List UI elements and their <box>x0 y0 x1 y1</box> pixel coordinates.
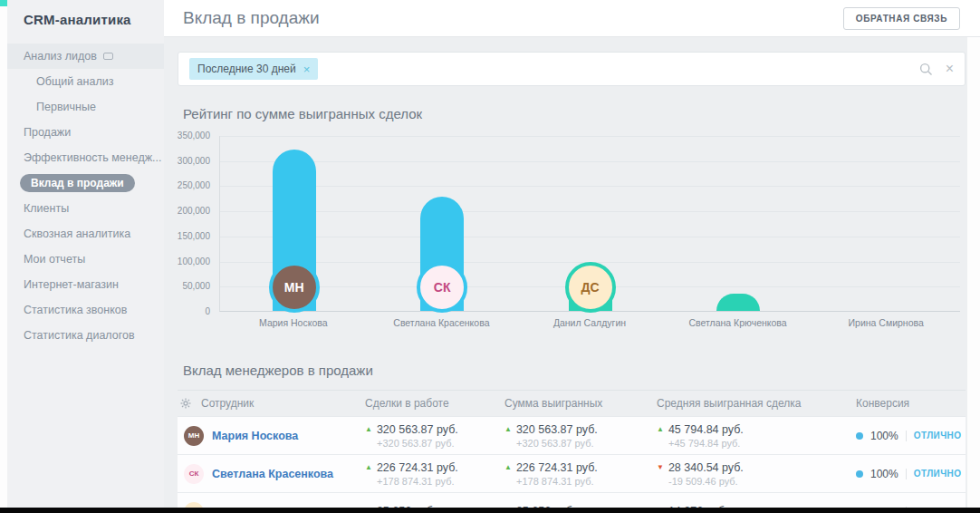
avatar-danil-saldugin: ДС <box>565 262 616 313</box>
column-header-won-sum[interactable]: Сумма выигранных <box>504 397 657 410</box>
avg-delta: -19 509.46 руб. <box>657 476 856 487</box>
filter-tag-last-30-days[interactable]: Последние 30 дней × <box>189 58 318 80</box>
bar-slot-svetlana-kryuchenkova[interactable] <box>664 136 812 311</box>
avg-delta: +45 794.84 руб. <box>657 438 856 449</box>
table-row: МН Мария Носкова ▲320 563.87 руб. +320 5… <box>178 417 966 455</box>
chart-y-axis: 350,000 300,000 250,000 200,000 150,000 … <box>164 130 210 318</box>
sidebar-item-primary[interactable]: Первичные <box>7 94 164 120</box>
column-header-employee[interactable]: Сотрудник <box>201 397 254 410</box>
x-label: Мария Носкова <box>219 317 368 328</box>
left-edge-strip <box>0 0 7 508</box>
sidebar-item-lead-analysis[interactable]: Анализ лидов <box>7 44 164 69</box>
deals-delta: +320 563.87 руб. <box>365 438 504 449</box>
content-area: Последние 30 дней × × Рейтинг по сумме в… <box>164 37 967 508</box>
employee-link[interactable]: Мария Носкова <box>212 430 298 442</box>
trend-up-icon: ▲ <box>657 426 664 433</box>
chart-x-axis: Мария Носкова Светлана Красенкова Данил … <box>219 317 960 328</box>
lead-analysis-indicator-icon <box>103 53 113 60</box>
y-tick: 0 <box>164 305 210 318</box>
main-area: Вклад в продажи ОБРАТНАЯ СВЯЗЬ Последние… <box>164 0 980 513</box>
sidebar-item-label: Интернет-магазин <box>24 272 119 297</box>
sidebar-item-label: Первичные <box>36 94 96 120</box>
sidebar-item-label: Общий анализ <box>36 69 113 94</box>
bar-svetlana-kryuchenkova[interactable] <box>716 294 760 311</box>
x-label: Ирина Смирнова <box>812 317 960 328</box>
table-title: Вклад менеджеров в продажи <box>183 363 373 378</box>
sidebar-item-general-analysis[interactable]: Общий анализ <box>7 69 164 94</box>
conversion-value: 100% <box>870 430 898 442</box>
avg-value: 45 794.84 руб. <box>668 423 744 436</box>
sidebar-item-sales-contribution[interactable]: Вклад в продажи <box>7 170 164 196</box>
bar-slot-irina-smirnova[interactable] <box>812 136 960 311</box>
search-icon[interactable] <box>919 63 933 76</box>
sidebar-item-clients[interactable]: Клиенты <box>7 196 164 221</box>
app-title: CRM-аналитика <box>7 0 164 27</box>
sidebar-item-label: Продажи <box>24 120 71 145</box>
x-label: Светлана Крюченкова <box>664 317 812 328</box>
avg-value: 28 340.54 руб. <box>668 461 744 474</box>
divider <box>906 469 907 479</box>
page-title: Вклад в продажи <box>183 8 320 28</box>
crm-analytics-app: CRM-аналитика Анализ лидов Общий анализ … <box>0 0 980 513</box>
sidebar-item-label: Анализ лидов <box>24 44 97 69</box>
sidebar-item-label: Сквозная аналитика <box>24 221 130 247</box>
filter-clear-icon[interactable]: × <box>946 62 954 76</box>
y-tick: 200,000 <box>164 205 210 218</box>
bar-slot-maria-noskova[interactable]: МН <box>220 136 368 311</box>
trend-down-icon: ▼ <box>657 464 664 471</box>
employee-link[interactable]: Светлана Красенкова <box>212 468 333 480</box>
edge-accent-notch <box>0 0 7 6</box>
sidebar-item-online-store[interactable]: Интернет-магазин <box>7 272 164 297</box>
table-header-row: Сотрудник Сделки в работе Сумма выигранн… <box>178 390 966 417</box>
sidebar-item-dialog-statistics[interactable]: Статистика диалогов <box>7 323 164 348</box>
y-tick: 250,000 <box>164 179 210 192</box>
won-delta: +178 874.31 руб. <box>504 476 657 487</box>
sidebar-item-label: Статистика звонков <box>24 297 127 323</box>
bottom-black-strip <box>0 508 980 513</box>
trend-up-icon: ▲ <box>365 464 372 471</box>
trend-up-icon: ▲ <box>504 426 512 433</box>
bar-slot-svetlana-krasenkova[interactable]: СК <box>368 136 515 311</box>
table-row: СК Светлана Красенкова ▲226 724.31 руб. … <box>178 455 966 493</box>
sidebar-item-call-statistics[interactable]: Статистика звонков <box>7 297 164 323</box>
sidebar-item-manager-efficiency[interactable]: Эффективность менедж... <box>7 145 164 170</box>
y-tick: 300,000 <box>164 155 210 168</box>
sidebar-item-label: Мои отчеты <box>24 247 85 272</box>
avatar-svetlana-krasenkova: СК <box>417 262 467 313</box>
sidebar-nav: Анализ лидов Общий анализ Первичные Прод… <box>7 44 164 348</box>
grade-badge[interactable]: ОТЛИЧНО <box>914 431 962 440</box>
sidebar-item-label: Эффективность менедж... <box>24 145 161 170</box>
feedback-button[interactable]: ОБРАТНАЯ СВЯЗЬ <box>843 7 960 30</box>
won-value: 320 563.87 руб. <box>516 423 598 436</box>
tag-close-icon[interactable]: × <box>303 63 311 75</box>
won-delta: +320 563.87 руб. <box>504 438 657 449</box>
trend-up-icon: ▲ <box>365 426 372 433</box>
sidebar-item-end-to-end-analytics[interactable]: Сквозная аналитика <box>7 221 164 247</box>
sidebar-item-sales[interactable]: Продажи <box>7 120 164 145</box>
bar-chart-plot: МН СК ДС <box>219 136 960 312</box>
y-tick: 350,000 <box>164 130 210 142</box>
sidebar: CRM-аналитика Анализ лидов Общий анализ … <box>7 0 164 508</box>
y-tick: 150,000 <box>164 230 210 243</box>
column-header-avg-won-deal[interactable]: Средняя выигранная сделка <box>657 397 856 410</box>
trend-up-icon: ▲ <box>504 464 512 471</box>
y-tick: 100,000 <box>164 256 210 268</box>
sidebar-item-my-reports[interactable]: Мои отчеты <box>7 247 164 272</box>
column-header-deals-in-progress[interactable]: Сделки в работе <box>365 397 504 410</box>
conversion-value: 100% <box>870 468 898 480</box>
grade-badge[interactable]: ОТЛИЧНО <box>914 469 962 479</box>
filter-actions: × <box>919 62 954 76</box>
avatar-maria-noskova: МН <box>269 262 320 313</box>
filter-bar[interactable]: Последние 30 дней × × <box>178 52 966 86</box>
column-header-conversion[interactable]: Конверсия <box>856 397 966 410</box>
row-avatar: СК <box>184 464 204 484</box>
bar-slot-danil-saldugin[interactable]: ДС <box>516 136 664 311</box>
divider <box>906 431 907 441</box>
y-tick: 50,000 <box>164 280 210 293</box>
row-avatar: МН <box>184 426 204 446</box>
table-settings-gear-icon[interactable] <box>180 398 191 409</box>
deals-value: 320 563.87 руб. <box>377 423 458 436</box>
managers-table: Сотрудник Сделки в работе Сумма выигранн… <box>178 390 966 513</box>
x-label: Светлана Красенкова <box>368 317 516 328</box>
conversion-dot-icon <box>856 470 863 478</box>
